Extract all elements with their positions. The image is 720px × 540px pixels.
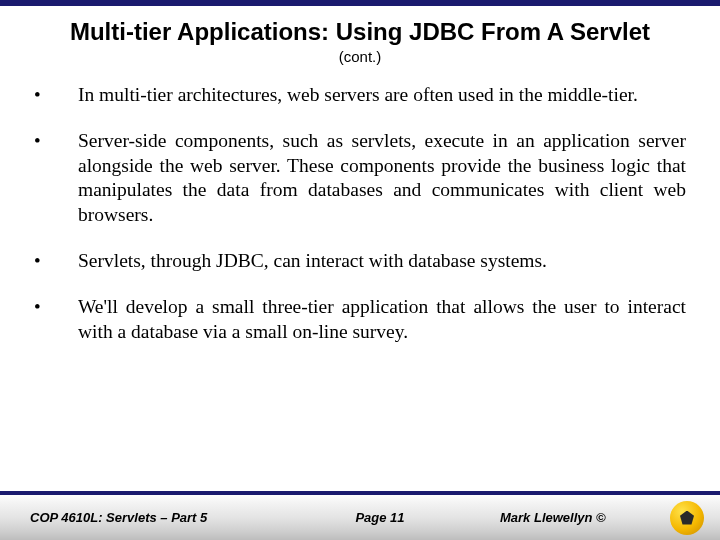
footer-page: Page 11: [310, 510, 450, 525]
top-accent-bar: [0, 0, 720, 6]
slide-subtitle: (cont.): [0, 48, 720, 65]
ucf-logo-icon: [670, 501, 704, 535]
bullet-item: • Servlets, through JDBC, can interact w…: [34, 249, 686, 273]
pegasus-icon: [680, 511, 694, 525]
slide-title: Multi-tier Applications: Using JDBC From…: [0, 18, 720, 46]
bullet-text: In multi-tier architectures, web servers…: [78, 83, 686, 107]
bullet-text: Servlets, through JDBC, can interact wit…: [78, 249, 686, 273]
bullet-text: Server-side components, such as servlets…: [78, 129, 686, 227]
bullet-marker: •: [34, 129, 78, 227]
slide-footer: COP 4610L: Servlets – Part 5 Page 11 Mar…: [0, 494, 720, 540]
bullet-marker: •: [34, 83, 78, 107]
bullet-item: • We'll develop a small three-tier appli…: [34, 295, 686, 344]
bullet-text: We'll develop a small three-tier applica…: [78, 295, 686, 344]
footer-author: Mark Llewellyn ©: [450, 510, 700, 525]
bullet-marker: •: [34, 249, 78, 273]
bullet-marker: •: [34, 295, 78, 344]
slide-body: • In multi-tier architectures, web serve…: [0, 83, 720, 344]
footer-inner: COP 4610L: Servlets – Part 5 Page 11 Mar…: [0, 495, 720, 540]
bullet-item: • In multi-tier architectures, web serve…: [34, 83, 686, 107]
bullet-item: • Server-side components, such as servle…: [34, 129, 686, 227]
footer-course: COP 4610L: Servlets – Part 5: [30, 510, 310, 525]
